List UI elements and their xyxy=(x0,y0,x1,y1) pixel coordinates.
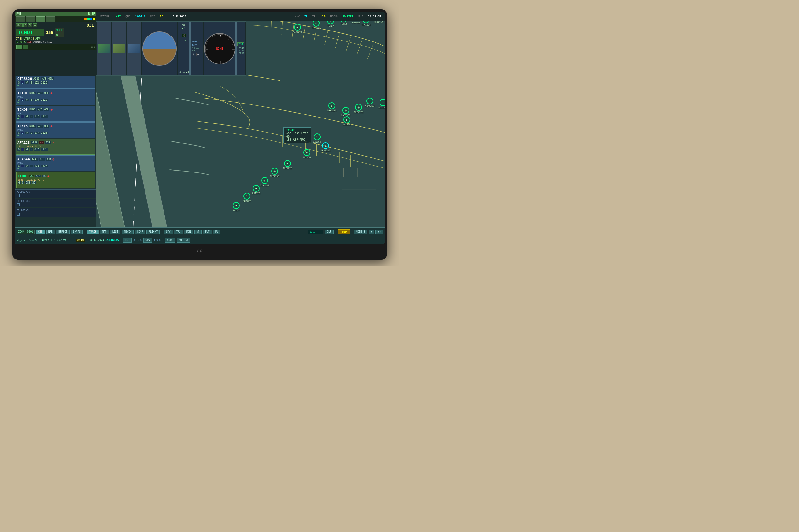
qlf-button[interactable]: QLF xyxy=(325,229,333,234)
strip7-188: 188 xyxy=(25,182,31,184)
strip5-na: NA xyxy=(25,148,29,151)
aircraft-klm23t[interactable]: ✈ KLM23T xyxy=(243,193,251,203)
spv2-button[interactable]: SPV xyxy=(143,238,152,243)
aircraft-uae2337[interactable]: ✈ UAE2337 xyxy=(341,107,350,117)
scale-20: 20 xyxy=(182,27,186,29)
tchot-info-box: TCHOT A031 031 LTBF G0 188 ASP ARC xyxy=(284,127,311,143)
fms-thumb-4 xyxy=(46,16,55,22)
tchot-line4: 188 ASP ARC xyxy=(286,138,308,141)
strip4-0: 0 xyxy=(30,132,33,134)
effect-button[interactable]: EFFECT xyxy=(56,229,70,234)
spv-button[interactable]: SPV xyxy=(164,229,172,234)
fms-extra-label: ▪▪▪ xyxy=(91,46,95,48)
conf-button[interactable]: CONF xyxy=(135,229,145,234)
foa392-label: FOA392 xyxy=(352,21,360,24)
map-button[interactable]: MAP xyxy=(100,229,109,234)
fms-w-btn[interactable]: W xyxy=(33,23,37,27)
fms-d-btn[interactable]: D xyxy=(23,23,28,27)
nm-button[interactable]: NM xyxy=(195,229,202,234)
strip-qtrss20[interactable]: QTRSS20 A320 N/S 03L ✈ G L NA 0 122 3125 xyxy=(16,75,95,89)
trj-button[interactable]: TRJ xyxy=(174,229,183,234)
strip4-g: G xyxy=(17,132,20,134)
strip1-l: L xyxy=(21,81,24,84)
fms-un1-btn[interactable]: UN1 xyxy=(16,23,23,27)
aca36k-symbol: ✈ xyxy=(345,118,348,122)
color-sq-4 xyxy=(93,18,95,20)
fms-btn-row: UN1 D V W 031 xyxy=(15,22,96,28)
strip-tckop[interactable]: TCKOP DHBC N/S 03L ✈ PARK G L NA 0 177 3… xyxy=(16,106,95,121)
fms-thumb-1 xyxy=(16,16,25,22)
strip3-park: PARK xyxy=(17,112,94,115)
fms-data-row2: E NA G ILS LANDING_VERTI... xyxy=(15,40,96,44)
mode-s-button[interactable]: MODE-S xyxy=(354,229,367,234)
date2-label: 30.12.2024 xyxy=(89,239,104,242)
btn-extra2[interactable]: ▪▪ xyxy=(376,229,383,234)
aircraft-dlh4550[interactable]: ✈ DLH4550 xyxy=(260,177,269,187)
following-check-1[interactable] xyxy=(17,194,20,197)
hst-button[interactable]: HST xyxy=(123,238,132,243)
strip7-un1: UN1 xyxy=(29,175,34,177)
nrb-button[interactable]: NRB xyxy=(46,229,55,234)
following-check-2[interactable] xyxy=(17,203,20,206)
aircraft-baw66t[interactable]: ✈ BAW66T xyxy=(313,133,321,143)
fl-button[interactable]: FL xyxy=(213,229,221,234)
list-button[interactable]: LIST xyxy=(110,229,121,234)
aircraft-aza6281[interactable]: ✈ AZA6281 xyxy=(365,98,375,107)
strip5-v: V xyxy=(17,151,94,154)
aircraft-thy2256[interactable]: ✈ THY2256 xyxy=(270,168,279,177)
thy38n-symbol: ✈ xyxy=(306,150,308,155)
aircraft-thy2523[interactable]: ✈ THY2523 xyxy=(327,102,337,112)
aircraft-tcegt[interactable]: ✈ TCEGT xyxy=(233,202,240,212)
aja2748-label: AJA2748 xyxy=(293,31,302,33)
thy2523-symbol: ✈ xyxy=(330,103,333,108)
thy1006-symbol: ✈ xyxy=(315,21,317,25)
ns-label: N:S xyxy=(192,49,195,52)
aircraft-thy1726[interactable]: ✈ THY1726 xyxy=(283,160,292,170)
spv3-label: < 0 > xyxy=(153,239,161,242)
fms-v-btn[interactable]: V xyxy=(28,23,32,27)
flt-button[interactable]: FLT xyxy=(203,229,212,234)
aircraft-aja273[interactable]: ✈ AJA273 xyxy=(252,185,260,195)
strip7-extra: 5021 LANDING_VE... xyxy=(18,179,93,181)
aca36k-label: ACA36K xyxy=(343,124,350,126)
aza2172-symbol: ✈ xyxy=(382,100,384,105)
btn-extra1[interactable]: ▪ xyxy=(369,229,375,234)
e-time-label: E.Time xyxy=(192,47,199,49)
search-input[interactable] xyxy=(308,230,323,234)
aircraft-qhy4275[interactable]: ✈ QHY4275 xyxy=(354,104,363,114)
time-label: 14:46:35 xyxy=(105,239,119,242)
fms-mini-rect xyxy=(16,45,22,49)
aircraft-afr3256[interactable]: ✈ AFR3256 xyxy=(321,142,330,152)
track-button[interactable]: TRACK xyxy=(87,229,98,234)
qhy4275-symbol: ✈ xyxy=(357,105,360,110)
aircraft-aca36k[interactable]: ✈ ACA36K xyxy=(343,116,350,126)
min-button[interactable]: MIN xyxy=(184,229,193,234)
find-button[interactable]: FIND xyxy=(338,229,350,234)
scale-minus20: -20 xyxy=(182,40,186,42)
newin-button[interactable]: NEWIN xyxy=(122,229,133,234)
aircraft-aza2172[interactable]: ✈ AZA2172 xyxy=(378,99,384,109)
following-label-1: FOLLOING: xyxy=(17,191,94,193)
strip-afr123[interactable]: AFR123 A319 N/S 03R ✈ 1234 READY_TO_TAXI… xyxy=(16,139,95,155)
strip1-v: V xyxy=(17,84,94,88)
strip1-status: N/S xyxy=(41,77,47,80)
strip6-3125: 3125 xyxy=(40,165,48,168)
smaps-button[interactable]: SMAPS xyxy=(71,229,83,234)
strip-ajas44[interactable]: AJAS44 B747 N/S 03R ✈ PARK G L NA 0 123 … xyxy=(16,155,95,171)
fms-heading-display: 356 xyxy=(55,28,64,33)
aircraft-aja2748[interactable]: ✈ AJA2748 xyxy=(293,24,302,33)
flight-button[interactable]: FLIGHT xyxy=(146,229,160,234)
code-button[interactable]: CODE xyxy=(165,238,176,243)
strip-tctok[interactable]: TCTOK DHBC N/S 03L ✈ PARK G L NA 0 176 3… xyxy=(16,89,95,105)
strip2-0: 0 xyxy=(30,98,33,101)
aircraft-thy38n[interactable]: ✈ THY38N xyxy=(303,149,311,159)
strip-tckys[interactable]: TCKYS DHBC N/S 03L ✈ PARK G L NA 0 177 3… xyxy=(16,122,95,138)
strip-tchot[interactable]: TCHOT UN1 N/S 18 ✈ 5021 LANDING_VE... G … xyxy=(16,172,95,188)
tctlp-label: TCTLP xyxy=(327,25,334,27)
following-check-3[interactable] xyxy=(17,213,20,216)
uae2337-circle: ✈ xyxy=(342,107,349,114)
mode-a-button[interactable]: MODE-A xyxy=(177,238,190,243)
compass-none-label: NONE xyxy=(216,47,223,50)
cen-button[interactable]: CEN xyxy=(36,229,44,234)
alt-label4: -3060 xyxy=(237,52,244,55)
